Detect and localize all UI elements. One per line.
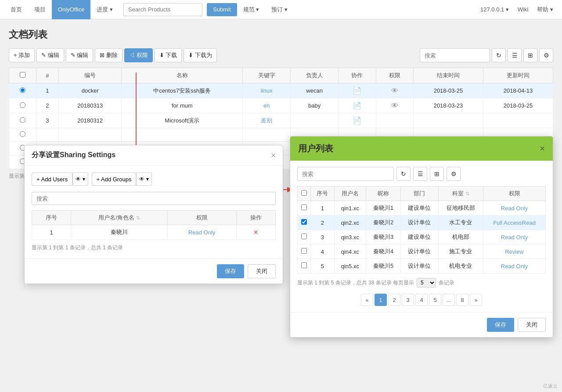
keyword-link-3[interactable]: 差别 [261,117,272,124]
word-icon-1[interactable]: 📄 [353,87,361,94]
userlist-col-nickname: 昵称 [366,187,401,189]
userlist-table: 序号 用户名 昵称 部门 科室 ⇅ 权限 1 qin1.xc 秦晓川1 建设单位… [297,186,546,189]
row-keyword: en [243,98,291,113]
userlist-col-dept: 部门 [400,187,438,189]
nav-project[interactable]: 项目 [28,0,52,19]
edit-button-2[interactable]: ✎ 编辑 [66,48,94,62]
sharing-modal-header: 分享设置Sharing Settings × [25,145,283,165]
userlist-settings-icon[interactable]: ⚙ [447,167,461,181]
grid-view-icon[interactable]: ⊞ [523,48,537,62]
row-radio-3[interactable] [20,117,25,123]
col-perm: 权限 [376,68,413,83]
row-id: 2 [36,98,58,113]
row-radio-4[interactable] [20,131,25,137]
nav-home[interactable]: 首页 [4,0,28,19]
add-groups-eye-button[interactable]: 👁 ▾ [136,173,151,186]
table-search-input[interactable] [420,48,490,62]
row-owner [291,113,339,128]
row-update-date: 2018-03-25 [483,98,553,113]
col-checkbox [9,68,36,83]
userlist-col-checkbox [298,187,311,189]
download-as-button[interactable]: ⬇ 下载为 [184,48,217,62]
settings-icon[interactable]: ⚙ [539,48,553,62]
add-groups-button[interactable]: + Add Groups [92,173,137,186]
keyword-link-1[interactable]: linux [261,87,273,94]
page-title: 文档列表 [9,28,553,41]
row-id: 3 [36,113,58,128]
userlist-search-input[interactable] [297,167,394,181]
nav-spec[interactable]: 规范 ▾ [237,0,266,19]
row-perm [376,113,413,128]
select-all-checkbox[interactable] [20,72,25,78]
userlist-grid-icon[interactable]: ⊞ [430,167,444,181]
userlist-refresh-icon[interactable]: ↻ [396,167,411,181]
row-end-date: 2018-03-23 [413,98,483,113]
nav-onlyoffice[interactable]: OnlyOffice [52,0,90,19]
userlist-search [297,167,394,181]
refresh-icon[interactable]: ↻ [492,48,506,62]
edit-button-1[interactable]: ✎ 编辑 [36,48,64,62]
row-checkbox [9,98,36,113]
userlist-header: 用户列表 × [290,137,553,161]
perm-icon-2: 👁 [391,102,398,109]
nav-ip[interactable]: 127.0.0.1 ▾ [476,6,513,13]
row-checkbox [9,83,36,98]
row-radio-1[interactable] [20,87,25,93]
row-collab: 📄 [339,98,376,113]
row-end-date [413,113,483,128]
perm-button[interactable]: ◁ 权限 [124,48,153,62]
row-perm: 👁 [376,83,413,98]
col-name: 名称 [122,68,243,83]
sharing-settings-modal: 分享设置Sharing Settings × + Add Users 👁 ▾ +… [24,145,283,189]
sharing-modal-actions: + Add Users 👁 ▾ + Add Groups 👁 ▾ [32,173,276,186]
row-radio-2[interactable] [20,102,25,108]
userlist-close-icon[interactable]: × [540,144,545,154]
document-toolbar: + 添加 ✎ 编辑 ✎ 编辑 ⊠ 删除 ◁ 权限 ⬇ 下载 ⬇ 下载为 ↻ ☰ … [9,48,553,62]
row-owner: baby [291,98,339,113]
sharing-modal-close[interactable]: × [271,151,276,159]
row-id: 1 [36,83,58,98]
nav-submit-button[interactable]: Submit [207,3,237,16]
col-keyword: 关键字 [243,68,291,83]
col-num: 编号 [59,68,122,83]
row-update-date [483,113,553,128]
row-num: 20180313 [59,98,122,113]
sharing-modal-title: 分享设置Sharing Settings [32,151,115,160]
col-collab: 协作 [339,68,376,83]
row-num: 20180312 [59,113,122,128]
col-owner: 负责人 [291,68,339,83]
add-button[interactable]: + 添加 [9,48,35,62]
table-search [420,48,490,62]
row-collab: 📄 [339,83,376,98]
userlist-col-section: 科室 ⇅ [438,187,483,189]
add-groups-group: + Add Groups 👁 ▾ [92,173,152,186]
word-icon-2[interactable]: 📄 [353,102,361,109]
keyword-link-2[interactable]: en [263,102,270,109]
userlist-list-icon[interactable]: ☰ [413,167,427,181]
list-view-icon[interactable]: ☰ [508,48,522,62]
col-end-date: 结束时间 [413,68,483,83]
delete-button[interactable]: ⊠ 删除 [95,48,122,62]
userlist-col-username: 用户名 [334,187,366,189]
table-row: 3 20180312 Microsoft演示 差别 📄 [9,113,553,128]
nav-wiki[interactable]: Wiki [513,6,533,13]
add-users-eye-button[interactable]: 👁 ▾ [72,173,88,186]
row-keyword: 差别 [243,113,291,128]
nav-progress[interactable]: 进度 ▾ [90,0,119,19]
nav-search-container [123,3,202,16]
userlist-body: ↻ ☰ ⊞ ⚙ 序号 用户名 昵称 部门 科室 ⇅ 权限 1 [290,161,553,189]
col-id: # [36,68,58,83]
row-update-date: 2018-04-13 [483,83,553,98]
userlist-col-perm: 权限 [483,187,546,189]
add-users-button[interactable]: + Add Users [32,173,72,186]
row-perm: 👁 [376,98,413,113]
row-end-date: 2018-03-25 [413,83,483,98]
row-name: for mum [122,98,243,113]
row-checkbox [9,113,36,128]
nav-search-input[interactable] [123,3,202,16]
word-icon-3[interactable]: 📄 [353,117,361,124]
row-keyword: linux [243,83,291,98]
nav-help[interactable]: 帮助 ▾ [533,6,558,14]
download-button[interactable]: ⬇ 下载 [155,48,182,62]
nav-prebook[interactable]: 预订 ▾ [265,0,294,19]
